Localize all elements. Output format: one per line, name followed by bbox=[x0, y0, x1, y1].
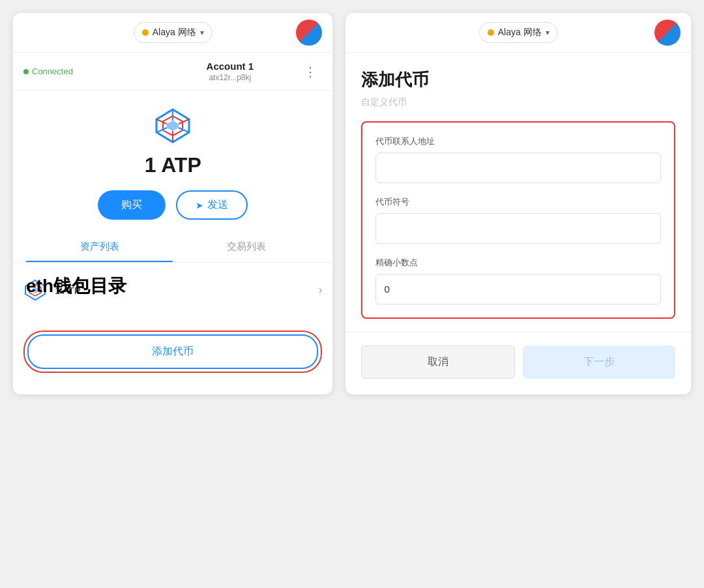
address-form-group: 代币联系人地址 bbox=[375, 136, 661, 183]
svg-marker-2 bbox=[167, 121, 179, 131]
left-network-dot bbox=[142, 29, 149, 36]
left-header: Alaya 网络 ▾ bbox=[13, 13, 332, 53]
symbol-label: 代币符号 bbox=[375, 196, 661, 208]
right-panel: Alaya 网络 ▾ 添加代币 自定义代币 代币联系人地址 代币符号 bbox=[345, 13, 691, 394]
page-subtitle: 自定义代币 bbox=[361, 96, 675, 108]
right-avatar[interactable] bbox=[654, 20, 681, 46]
decimals-form-group: 精确小数点 bbox=[375, 257, 661, 304]
asset-arrow-icon: › bbox=[319, 284, 322, 296]
tab-transactions[interactable]: 交易列表 bbox=[173, 233, 319, 262]
balance-amount: 1 ATP bbox=[145, 153, 201, 177]
action-buttons: 购买 ➤ 发送 bbox=[98, 190, 248, 220]
right-network-dot bbox=[488, 29, 494, 36]
page-title: 添加代币 bbox=[361, 68, 675, 91]
add-token-btn-container: 添加代币 bbox=[23, 331, 322, 373]
token-logo bbox=[153, 106, 192, 145]
send-label: 发送 bbox=[207, 198, 228, 212]
decimals-label: 精确小数点 bbox=[375, 257, 661, 269]
left-network-selector[interactable]: Alaya 网络 ▾ bbox=[134, 22, 213, 43]
asset-name: 1 ATP bbox=[55, 285, 319, 296]
balance-section: 1 ATP 购买 ➤ 发送 bbox=[13, 91, 332, 233]
asset-list: 1 ATP › bbox=[13, 263, 332, 317]
connected-dot bbox=[23, 69, 29, 74]
symbol-form-group: 代币符号 bbox=[375, 196, 661, 244]
connected-status: Connected bbox=[23, 66, 161, 76]
connected-label: Connected bbox=[32, 66, 73, 76]
cancel-button[interactable]: 取消 bbox=[361, 345, 515, 379]
account-address: atx12r...p8kj bbox=[161, 73, 299, 82]
send-arrow-icon: ➤ bbox=[196, 200, 203, 211]
address-label: 代币联系人地址 bbox=[375, 136, 661, 147]
svg-marker-11 bbox=[32, 287, 38, 293]
account-bar: Connected Account 1 atx12r...p8kj ⋮ bbox=[13, 53, 332, 91]
left-chevron-icon: ▾ bbox=[200, 28, 204, 37]
right-network-label: Alaya 网络 bbox=[498, 27, 542, 38]
asset-row[interactable]: 1 ATP › bbox=[13, 269, 332, 311]
address-input[interactable] bbox=[375, 153, 661, 183]
account-name: Account 1 bbox=[161, 61, 299, 72]
left-avatar[interactable] bbox=[296, 20, 322, 46]
asset-token-icon bbox=[23, 278, 47, 302]
tabs-section: 资产列表 交易列表 bbox=[13, 233, 332, 263]
right-header: Alaya 网络 ▾ bbox=[345, 13, 691, 53]
left-network-label: Alaya 网络 bbox=[153, 27, 196, 38]
buy-button[interactable]: 购买 bbox=[98, 190, 166, 220]
account-info: Account 1 atx12r...p8kj bbox=[161, 61, 299, 82]
right-network-selector[interactable]: Alaya 网络 ▾ bbox=[479, 22, 558, 43]
bottom-actions: 取消 下一步 bbox=[345, 332, 691, 394]
left-panel: Alaya 网络 ▾ Connected Account 1 atx12r...… bbox=[13, 13, 332, 394]
tab-assets[interactable]: 资产列表 bbox=[26, 233, 173, 262]
add-token-wrapper: 添加代币 bbox=[13, 317, 332, 389]
send-button[interactable]: ➤ 发送 bbox=[176, 190, 248, 220]
form-container: 代币联系人地址 代币符号 精确小数点 bbox=[361, 121, 675, 319]
right-chevron-icon: ▾ bbox=[546, 28, 550, 37]
right-content: 添加代币 自定义代币 代币联系人地址 代币符号 精确小数点 bbox=[345, 53, 691, 319]
more-icon[interactable]: ⋮ bbox=[299, 61, 322, 82]
next-button[interactable]: 下一步 bbox=[523, 345, 675, 379]
decimals-input[interactable] bbox=[375, 274, 661, 304]
symbol-input[interactable] bbox=[375, 213, 661, 244]
add-token-button[interactable]: 添加代币 bbox=[27, 334, 318, 369]
